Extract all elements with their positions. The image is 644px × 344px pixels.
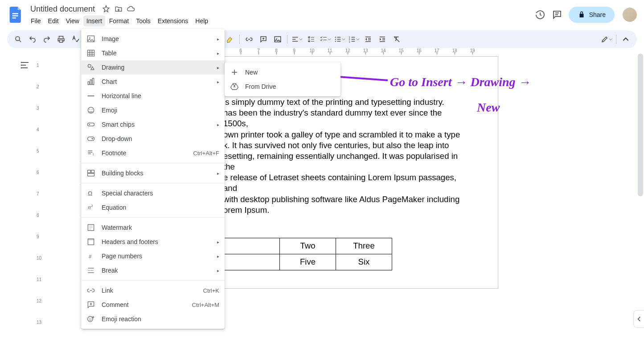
insert-item-equation[interactable]: π2Equation <box>81 200 225 215</box>
print-icon[interactable] <box>54 33 68 46</box>
svg-point-41 <box>21 62 22 63</box>
menu-file[interactable]: File <box>28 16 44 26</box>
table-cell[interactable]: Five <box>280 254 336 270</box>
insert-item-link[interactable]: LinkCtrl+K <box>81 283 225 298</box>
insert-item-emoji-reaction[interactable]: Emoji reaction <box>81 312 225 326</box>
history-icon[interactable] <box>535 9 546 20</box>
menu-help[interactable]: Help <box>192 16 211 26</box>
svg-rect-67 <box>91 170 94 173</box>
svg-text:3: 3 <box>349 41 350 43</box>
search-menus-icon[interactable] <box>12 33 25 46</box>
comments-icon[interactable] <box>552 9 562 20</box>
image-icon <box>86 34 95 43</box>
submenu-arrow-icon: ▸ <box>217 79 219 84</box>
checklist-icon[interactable] <box>319 33 332 46</box>
increase-indent-icon[interactable] <box>376 33 389 46</box>
menu-edit[interactable]: Edit <box>45 16 62 26</box>
bulleted-list-icon[interactable] <box>333 33 346 46</box>
move-folder-icon[interactable] <box>115 5 123 13</box>
header-icon <box>86 237 95 246</box>
menu-insert[interactable]: Insert <box>83 16 105 26</box>
highlight-icon[interactable] <box>223 33 237 46</box>
break-icon <box>86 266 95 275</box>
insert-item-smart-chips[interactable]: Smart chips▸ <box>81 117 225 132</box>
insert-item-table[interactable]: Table▸ <box>81 46 225 60</box>
insert-item-break[interactable]: Break▸ <box>81 263 225 278</box>
svg-point-5 <box>16 37 20 41</box>
menu-item-label: Table <box>102 50 211 57</box>
drawing-submenu: NewFrom Drive <box>225 62 340 96</box>
reaction-icon <box>86 315 95 323</box>
star-icon[interactable] <box>102 5 110 13</box>
document-paragraph[interactable]: is simply dummy text of the printing and… <box>223 97 466 216</box>
clear-formatting-icon[interactable] <box>390 33 403 46</box>
decrease-indent-icon[interactable] <box>361 33 375 46</box>
annotation-text-2: New <box>477 100 500 115</box>
add-comment-icon[interactable] <box>257 33 270 46</box>
drawing-item-from-drive[interactable]: From Drive <box>225 79 340 94</box>
numbered-list-icon[interactable]: 123 <box>347 33 361 46</box>
table-icon <box>86 49 95 58</box>
svg-rect-0 <box>12 13 18 14</box>
insert-menu-dropdown: Image▸Table▸Drawing▸Chart▸Horizontal lin… <box>81 29 225 329</box>
insert-item-watermark[interactable]: Watermark <box>81 220 225 235</box>
insert-item-drop-down[interactable]: Drop-down <box>81 132 225 146</box>
spellcheck-icon[interactable] <box>69 33 82 46</box>
table-cell[interactable] <box>224 254 280 270</box>
cloud-status-icon[interactable] <box>127 5 135 13</box>
menu-item-label: Headers and footers <box>102 238 211 245</box>
svg-text:2: 2 <box>91 204 93 207</box>
svg-rect-52 <box>88 82 89 85</box>
insert-item-comment[interactable]: CommentCtrl+Alt+M <box>81 298 225 312</box>
blocks-icon <box>86 169 95 178</box>
insert-item-building-blocks[interactable]: Building blocks▸ <box>81 166 225 180</box>
insert-image-icon[interactable] <box>271 33 284 46</box>
document-title[interactable]: Untitled document <box>28 4 98 15</box>
insert-item-emoji[interactable]: Emoji <box>81 103 225 117</box>
menu-format[interactable]: Format <box>106 16 132 26</box>
svg-rect-68 <box>88 174 94 176</box>
menu-tools[interactable]: Tools <box>133 16 154 26</box>
insert-item-page-numbers[interactable]: #Page numbers▸ <box>81 249 225 263</box>
insert-item-special-characters[interactable]: ΩSpecial characters <box>81 186 225 200</box>
annotation-text-1: Go to Insert → Drawing → <box>390 75 531 89</box>
redo-icon[interactable] <box>40 33 53 46</box>
insert-link-icon[interactable] <box>242 33 256 46</box>
outline-toggle-icon[interactable] <box>20 60 32 72</box>
insert-item-drawing[interactable]: Drawing▸ <box>81 60 225 75</box>
insert-item-image[interactable]: Image▸ <box>81 32 225 46</box>
collapse-toolbar-icon[interactable] <box>619 33 632 46</box>
submenu-arrow-icon: ▸ <box>217 240 219 245</box>
svg-point-18 <box>335 37 336 37</box>
svg-text:#: # <box>89 253 92 259</box>
menu-item-label: Comment <box>102 301 186 308</box>
account-avatar[interactable] <box>623 8 637 22</box>
menu-view[interactable]: View <box>63 16 82 26</box>
drawing-item-new[interactable]: New <box>225 65 340 79</box>
menu-extensions[interactable]: Extensions <box>155 16 191 26</box>
vertical-scrollbar[interactable] <box>638 54 643 343</box>
line-spacing-icon[interactable] <box>304 33 318 46</box>
table-cell[interactable]: Three <box>336 238 392 254</box>
menu-item-label: From Drive <box>245 83 335 90</box>
svg-rect-1 <box>12 15 18 16</box>
table-cell[interactable] <box>224 238 280 254</box>
menu-item-label: Page numbers <box>102 253 211 260</box>
undo-icon[interactable] <box>26 33 39 46</box>
align-icon[interactable] <box>290 33 304 46</box>
document-table[interactable]: TwoThreeFiveSix <box>223 238 392 270</box>
menu-item-label: Horizontal line <box>102 92 219 99</box>
insert-item-headers-and-footers[interactable]: Headers and footers▸ <box>81 235 225 249</box>
editing-mode-icon[interactable] <box>600 33 613 46</box>
insert-item-chart[interactable]: Chart▸ <box>81 75 225 89</box>
svg-point-51 <box>88 64 91 67</box>
link-icon <box>86 286 95 295</box>
table-cell[interactable]: Six <box>336 254 392 270</box>
menu-item-label: Chart <box>102 78 211 85</box>
insert-item-horizontal-line[interactable]: Horizontal line <box>81 89 225 103</box>
docs-logo[interactable] <box>7 6 25 24</box>
insert-item-footnote[interactable]: 1FootnoteCtrl+Alt+F <box>81 146 225 160</box>
share-button[interactable]: Share <box>569 7 615 23</box>
svg-point-60 <box>89 124 90 125</box>
table-cell[interactable]: Two <box>280 238 336 254</box>
